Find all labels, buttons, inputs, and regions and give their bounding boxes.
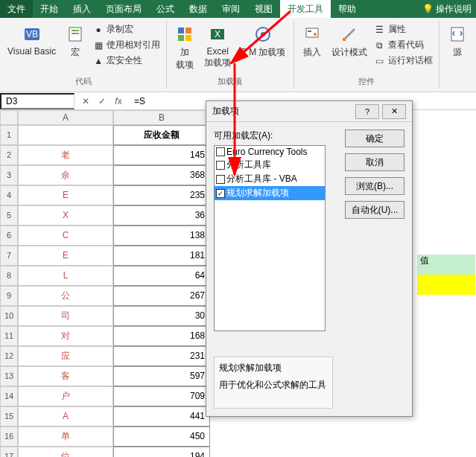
cell[interactable]: 231: [113, 346, 210, 366]
tab-pagelayout[interactable]: 页面布局: [98, 0, 149, 18]
cell[interactable]: 368: [113, 165, 210, 185]
visual-basic-button[interactable]: VB Visual Basic: [4, 22, 59, 58]
record-macro-button[interactable]: ●录制宏: [92, 22, 162, 36]
macro-button[interactable]: 宏: [62, 22, 89, 60]
cell[interactable]: 公: [18, 286, 113, 306]
row-header[interactable]: 12: [0, 346, 18, 366]
cell[interactable]: 位: [18, 447, 113, 457]
row-header[interactable]: 11: [0, 326, 18, 346]
tab-data[interactable]: 数据: [182, 0, 215, 18]
row-header[interactable]: 1: [0, 125, 18, 145]
browse-button[interactable]: 浏览(B)...: [345, 177, 404, 195]
cell[interactable]: 36: [113, 205, 210, 226]
row-header[interactable]: 15: [0, 406, 18, 426]
tellme-button[interactable]: 💡 操作说明: [418, 0, 476, 18]
row-header[interactable]: 16: [0, 426, 18, 447]
row-header[interactable]: 4: [0, 185, 18, 205]
tab-insert[interactable]: 插入: [66, 0, 98, 18]
row-header[interactable]: 9: [0, 286, 18, 306]
row-header[interactable]: 7: [0, 246, 18, 266]
dialog-close-button[interactable]: ✕: [382, 104, 406, 119]
name-box[interactable]: [0, 93, 74, 109]
cell[interactable]: 235: [113, 185, 210, 205]
source-button[interactable]: 源: [444, 22, 471, 60]
tab-view[interactable]: 视图: [247, 0, 280, 18]
relative-ref-button[interactable]: ▦使用相对引用: [92, 38, 162, 52]
cell[interactable]: E: [18, 185, 113, 205]
row-header[interactable]: 8: [0, 266, 18, 286]
macro-security-button[interactable]: ▲宏安全性: [92, 54, 162, 68]
cell[interactable]: A: [18, 406, 113, 426]
row-header[interactable]: 10: [0, 306, 18, 326]
cell[interactable]: 450: [113, 426, 210, 447]
cell[interactable]: 441: [113, 406, 210, 426]
cell[interactable]: 30: [113, 306, 210, 326]
ok-button[interactable]: 确定: [345, 130, 404, 147]
row-header[interactable]: 2: [0, 145, 18, 165]
addins-listbox[interactable]: Euro Currency Tools分析工具库分析工具库 - VBA✓规划求解…: [214, 145, 326, 331]
tab-developer[interactable]: 开发工具: [280, 0, 331, 18]
run-dialog-button[interactable]: ▭运行对话框: [373, 54, 434, 68]
insert-control-button[interactable]: 插入: [299, 22, 326, 60]
cell[interactable]: 司: [18, 306, 113, 326]
com-addins-button[interactable]: C M 加载项: [237, 22, 288, 60]
tab-home[interactable]: 开始: [33, 0, 66, 18]
cell[interactable]: 709: [113, 386, 210, 406]
col-header-a[interactable]: A: [18, 110, 113, 125]
checkbox-icon[interactable]: ✓: [216, 189, 225, 198]
tab-formulas[interactable]: 公式: [149, 0, 182, 18]
addin-list-item[interactable]: 分析工具库: [215, 158, 325, 172]
automation-button[interactable]: 自动化(U)...: [345, 201, 404, 219]
cell[interactable]: 余: [18, 165, 113, 185]
view-code-button[interactable]: ⧉查看代码: [373, 38, 434, 52]
col-header-b[interactable]: B: [113, 110, 210, 125]
svg-rect-8: [185, 35, 191, 41]
cancel-formula-button[interactable]: ✕: [79, 95, 92, 108]
cell[interactable]: 应: [18, 346, 113, 366]
cell[interactable]: C: [18, 226, 113, 246]
cell[interactable]: 145: [113, 145, 210, 165]
checkbox-icon[interactable]: [216, 175, 225, 184]
tab-help[interactable]: 帮助: [331, 0, 364, 18]
row-header[interactable]: 6: [0, 226, 18, 246]
cell[interactable]: 168: [113, 326, 210, 346]
excel-addins-button[interactable]: X Excel 加载项: [201, 22, 234, 71]
row-header[interactable]: 5: [0, 205, 18, 226]
row-header[interactable]: 17: [0, 447, 18, 457]
cell[interactable]: 客: [18, 366, 113, 386]
com-addins-label: C M 加载项: [240, 46, 285, 59]
addins-button[interactable]: 加 载项: [171, 22, 198, 73]
cell[interactable]: L: [18, 266, 113, 286]
cell[interactable]: 单: [18, 426, 113, 447]
properties-button[interactable]: ☰属性: [373, 22, 434, 36]
cell[interactable]: E: [18, 246, 113, 266]
tab-review[interactable]: 审阅: [215, 0, 247, 18]
design-mode-button[interactable]: 设计模式: [329, 22, 370, 60]
cell[interactable]: 应收金额: [113, 125, 210, 145]
checkbox-icon[interactable]: [216, 147, 225, 156]
row-header[interactable]: 13: [0, 366, 18, 386]
addin-list-item[interactable]: Euro Currency Tools: [215, 146, 325, 158]
cancel-button[interactable]: 取消: [345, 153, 404, 171]
row-header[interactable]: 3: [0, 165, 18, 185]
cell[interactable]: 597: [113, 366, 210, 386]
cell[interactable]: 老: [18, 145, 113, 165]
cell[interactable]: 267: [113, 286, 210, 306]
cell[interactable]: 户: [18, 386, 113, 406]
cell[interactable]: 64: [113, 266, 210, 286]
select-all-corner[interactable]: [0, 110, 18, 125]
row-header[interactable]: 14: [0, 386, 18, 406]
cell[interactable]: 对: [18, 326, 113, 346]
cell[interactable]: X: [18, 205, 113, 226]
fx-button[interactable]: fx: [112, 95, 125, 108]
addin-list-item[interactable]: ✓规划求解加载项: [215, 186, 325, 200]
cell[interactable]: 181: [113, 246, 210, 266]
dialog-help-button[interactable]: ?: [355, 104, 379, 119]
cell[interactable]: 138: [113, 226, 210, 246]
cell[interactable]: 194: [113, 447, 210, 457]
addin-list-item[interactable]: 分析工具库 - VBA: [215, 172, 325, 186]
cell[interactable]: [18, 125, 113, 145]
confirm-formula-button[interactable]: ✓: [95, 95, 109, 108]
tab-file[interactable]: 文件: [0, 0, 33, 18]
checkbox-icon[interactable]: [216, 161, 225, 170]
